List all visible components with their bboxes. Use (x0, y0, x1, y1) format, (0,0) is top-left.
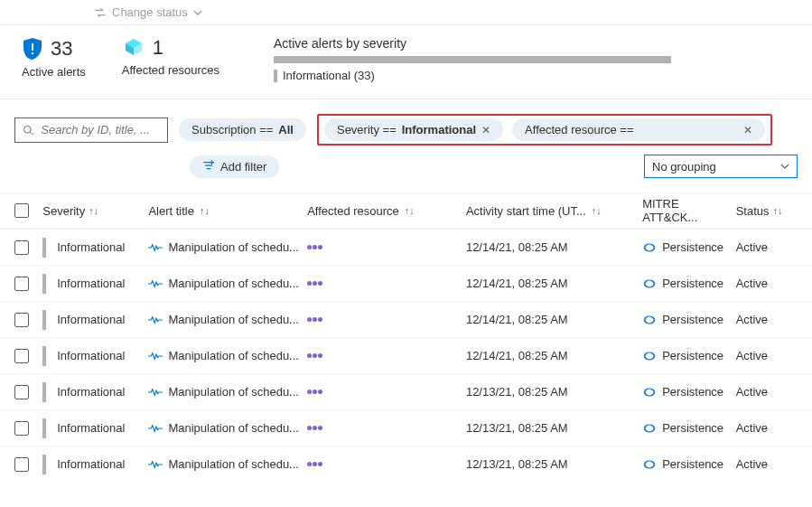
search-icon (23, 124, 33, 136)
table-body: InformationalManipulation of schedu...12… (0, 229, 812, 482)
alert-title: Manipulation of schedu... (168, 277, 299, 290)
active-alerts-label: Active alerts (22, 65, 86, 79)
mitre-tactic: Persistence (662, 349, 723, 362)
row-checkbox[interactable] (14, 313, 29, 327)
filter-add-icon (202, 160, 215, 173)
column-header-mitre[interactable]: MITRE ATT&CK... (642, 197, 736, 224)
resource-icon (307, 317, 322, 322)
severity-text: Informational (57, 421, 125, 435)
activity-time: 12/13/21, 08:25 AM (466, 421, 568, 435)
column-label: Alert title (148, 204, 194, 218)
column-header-time[interactable]: Activity start time (UT... ↑↓ (466, 204, 642, 218)
severity-chip (274, 70, 277, 82)
filter-pill-severity[interactable]: Severity == Informational ✕ (324, 118, 503, 141)
severity-text: Informational (57, 349, 125, 362)
severity-title: Active alerts by severity (274, 36, 790, 51)
filters-row: Subscription == All Severity == Informat… (0, 99, 812, 151)
row-checkbox[interactable] (14, 349, 29, 363)
close-icon[interactable]: ✕ (481, 124, 490, 136)
table-row[interactable]: InformationalManipulation of schedu...12… (0, 373, 812, 409)
row-checkbox[interactable] (14, 240, 29, 255)
sort-icon: ↑↓ (405, 205, 415, 216)
search-box[interactable] (14, 117, 168, 143)
svg-rect-0 (32, 43, 33, 51)
table-row[interactable]: InformationalManipulation of schedu...12… (0, 409, 812, 446)
alert-icon (148, 278, 163, 289)
search-input[interactable] (39, 122, 160, 137)
filter-pill-subscription[interactable]: Subscription == All (179, 118, 306, 141)
chevron-down-icon (780, 162, 789, 171)
mitre-icon (642, 350, 657, 362)
affected-resources-count: 1 (153, 36, 163, 60)
mitre-icon (642, 241, 657, 254)
alert-icon (148, 459, 163, 470)
table-row[interactable]: InformationalManipulation of schedu...12… (0, 337, 812, 373)
alert-title: Manipulation of schedu... (168, 349, 299, 362)
row-checkbox[interactable] (14, 457, 29, 472)
change-status-label: Change status (112, 5, 188, 19)
severity-text: Informational (57, 240, 125, 254)
severity-caption: Informational (33) (283, 69, 375, 82)
mitre-icon (642, 386, 657, 399)
column-label: Activity start time (UT... (466, 204, 586, 218)
resource-icon (307, 426, 322, 430)
grouping-value: No grouping (652, 160, 716, 174)
mitre-icon (642, 314, 657, 326)
severity-text: Informational (57, 277, 125, 290)
severity-indicator (42, 418, 46, 438)
status-text: Active (736, 313, 768, 326)
cube-icon (122, 36, 145, 60)
change-status-button[interactable]: Change status (94, 5, 202, 19)
swap-icon (94, 6, 107, 19)
severity-indicator (42, 382, 46, 402)
filter-value: All (278, 123, 294, 136)
mitre-icon (642, 277, 657, 290)
table-row[interactable]: InformationalManipulation of schedu...12… (0, 301, 812, 337)
status-text: Active (736, 349, 768, 362)
grouping-dropdown[interactable]: No grouping (644, 155, 798, 178)
alert-icon (148, 351, 163, 361)
row-checkbox[interactable] (14, 421, 29, 436)
svg-rect-1 (32, 52, 33, 54)
column-label: Severity (42, 204, 85, 218)
mitre-tactic: Persistence (662, 457, 723, 471)
mitre-tactic: Persistence (662, 240, 723, 254)
activity-time: 12/13/21, 08:25 AM (466, 457, 568, 471)
filter-pill-affected-resource[interactable]: Affected resource == ✕ (512, 118, 765, 141)
alert-icon (148, 242, 163, 253)
filter-value: Informational (402, 123, 476, 136)
severity-indicator (42, 346, 46, 366)
filters-row-2: Add filter No grouping (0, 151, 812, 187)
row-checkbox[interactable] (14, 277, 29, 291)
alert-icon (148, 387, 163, 398)
chevron-down-icon (193, 8, 202, 17)
column-header-status[interactable]: Status ↑↓ (736, 204, 798, 218)
select-all-checkbox[interactable] (14, 203, 29, 218)
status-text: Active (736, 421, 768, 435)
sort-icon: ↑↓ (200, 205, 210, 216)
column-header-resource[interactable]: Affected resource ↑↓ (307, 204, 466, 218)
toolbar: Change status (0, 0, 812, 25)
resource-icon (307, 390, 322, 394)
table-row[interactable]: InformationalManipulation of schedu...12… (0, 229, 812, 265)
status-text: Active (736, 457, 768, 471)
column-header-severity[interactable]: Severity ↑↓ (42, 204, 148, 218)
activity-time: 12/13/21, 08:25 AM (466, 385, 568, 399)
shield-icon (22, 36, 43, 61)
affected-resources-label: Affected resources (122, 63, 219, 77)
table-row[interactable]: InformationalManipulation of schedu...12… (0, 446, 812, 482)
table-row[interactable]: InformationalManipulation of schedu...12… (0, 265, 812, 301)
add-filter-button[interactable]: Add filter (190, 155, 279, 178)
row-checkbox[interactable] (14, 385, 29, 399)
severity-indicator (42, 238, 46, 258)
resource-icon (307, 281, 322, 286)
mitre-tactic: Persistence (662, 277, 723, 290)
filter-key: Subscription == (191, 123, 273, 136)
activity-time: 12/14/21, 08:25 AM (466, 277, 568, 290)
mitre-tactic: Persistence (662, 421, 723, 435)
column-label: Status (736, 204, 770, 218)
column-header-title[interactable]: Alert title ↑↓ (148, 204, 307, 218)
activity-time: 12/14/21, 08:25 AM (466, 240, 568, 254)
mitre-tactic: Persistence (662, 385, 723, 399)
close-icon[interactable]: ✕ (743, 124, 752, 136)
